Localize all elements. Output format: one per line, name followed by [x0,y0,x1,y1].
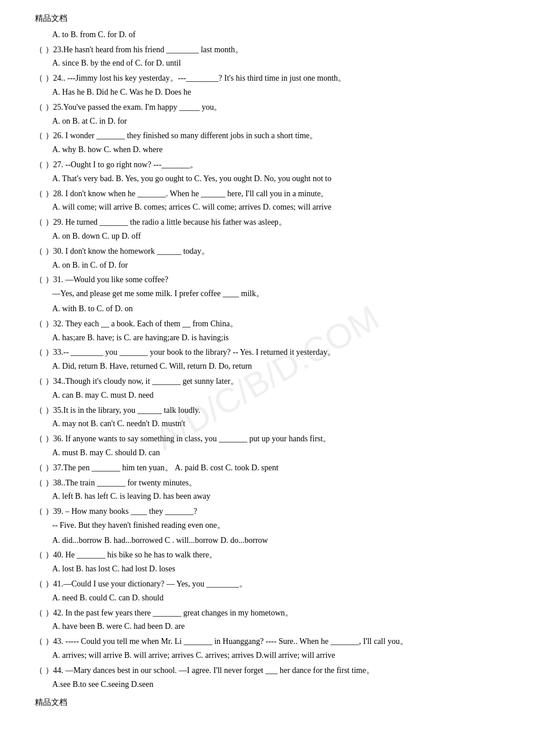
question-line-37: （ ）37.The pen _______ him ten yuan。 A. p… [35,461,499,475]
question-line-34: （ ）34..Though it's cloudy now, it ______… [35,375,499,388]
options-line-42: A. have been B. were C. had been D. are [52,620,499,633]
options-line-36: A. must B. may C. should D. can [52,446,499,460]
options-line-25: A. on B. at C. in D. for [52,114,499,128]
options-line-27: A. That's very bad. B. Yes, you go ought… [52,172,499,186]
question-line-25: （ ）25.You've passed the exam. I'm happy … [35,100,499,114]
options-line-32: A. has;are B. have; is C. are having;are… [52,331,499,345]
question-block-34: （ ）34..Though it's cloudy now, it ______… [35,375,499,402]
question-line-23: （ ）23.He hasn't heard from his friend __… [35,43,499,57]
options-line-31: A. with B. to C. of D. on [52,302,499,316]
question-block-37: （ ）37.The pen _______ him ten yuan。 A. p… [35,461,499,475]
question-block-42: （ ）42. In the past few years there _____… [35,606,499,634]
question-line2-31: —Yes, and please get me some milk. I pre… [52,287,499,301]
question-block-26: （ ）26. I wonder _______ they finished so… [35,129,499,157]
question-line-41: （ ）41.—Could I use your dictionary? — Ye… [35,577,499,591]
question-line-32: （ ）32. They each __ a book. Each of them… [35,317,499,331]
question-line-40: （ ）40. He _______ his bike so he has to … [35,548,499,562]
options-line-35: A. may not B. can't C. needn't D. mustn'… [52,417,499,431]
question-block-43: （ ）43. ----- Could you tell me when Mr. … [35,635,499,663]
question-block-28: （ ）28. I don't know when he _______. Whe… [35,187,499,215]
question-block-36: （ ）36. If anyone wants to say something … [35,432,499,460]
question-block-32: （ ）32. They each __ a book. Each of them… [35,317,499,345]
header-label: 精品文档 [35,12,499,26]
options-line-40: A. lost B. has lost C. had lost D. loses [52,562,499,576]
options-line-38: A. left B. has left C. is leaving D. has… [52,489,499,503]
question-block-40: （ ）40. He _______ his bike so he has to … [35,548,499,576]
options-line: A. to B. from C. for D. of [52,28,499,42]
options-line-23: A. since B. by the end of C. for D. unti… [52,56,499,70]
options-line-39: A. did...borrow B. had...borrowed C . wi… [52,534,499,548]
question-line-43: （ ）43. ----- Could you tell me when Mr. … [35,635,499,649]
options-line-41: A. need B. could C. can D. should [52,591,499,605]
footer-label: 精品文档 [35,696,499,710]
options-line-34: A. can B. may C. must D. need [52,388,499,402]
question-block-35: （ ）35.It is in the library, you ______ t… [35,404,499,431]
question-line-31: （ ）31. —Would you like some coffee? [35,273,499,287]
question-line-36: （ ）36. If anyone wants to say something … [35,432,499,446]
question-block-31: （ ）31. —Would you like some coffee?—Yes,… [35,273,499,315]
options-line-33: A. Did, return B. Have, returned C. Will… [52,359,499,373]
question-line-38: （ ）38..The train _______ for twenty minu… [35,476,499,490]
question-block-pre: A. to B. from C. for D. of [35,28,499,42]
question-block-29: （ ）29. He turned _______ the radio a lit… [35,215,499,243]
question-line-35: （ ）35.It is in the library, you ______ t… [35,404,499,417]
options-line-28: A. will come; will arrive B. comes; arri… [52,200,499,214]
options-line-26: A. why B. how C. when D. where [52,143,499,157]
question-line-24: （ ）24.. ---Jimmy lost his key yesterday。… [35,71,499,85]
question-block-33: （ ）33.-- ________ you _______ your book … [35,345,499,373]
options-line-43: A. arrives; will arrive B. will arrive; … [52,649,499,663]
question-line-30: （ ）30. I don't know the homework ______ … [35,244,499,258]
question-line-27: （ ）27. --Ought I to go right now? ---___… [35,158,499,172]
question-line-42: （ ）42. In the past few years there _____… [35,606,499,620]
options-line-29: A. on B. down C. up D. off [52,229,499,243]
question-block-23: （ ）23.He hasn't heard from his friend __… [35,43,499,71]
question-line-44: （ ）44. —Mary dances best in our school. … [35,664,499,678]
question-line2-39: -- Five. But they haven't finished readi… [52,519,499,532]
question-block-38: （ ）38..The train _______ for twenty minu… [35,476,499,504]
question-block-39: （ ）39. – How many books ____ they ______… [35,505,499,547]
question-line-28: （ ）28. I don't know when he _______. Whe… [35,187,499,201]
options-line-30: A. on B. in C. of D. for [52,258,499,272]
question-line-39: （ ）39. – How many books ____ they ______… [35,505,499,519]
question-block-24: （ ）24.. ---Jimmy lost his key yesterday。… [35,71,499,99]
question-line-26: （ ）26. I wonder _______ they finished so… [35,129,499,143]
options-line-24: A. Has he B. Did he C. Was he D. Does he [52,85,499,99]
question-line-29: （ ）29. He turned _______ the radio a lit… [35,215,499,229]
question-block-30: （ ）30. I don't know the homework ______ … [35,244,499,272]
question-line-33: （ ）33.-- ________ you _______ your book … [35,345,499,359]
question-block-25: （ ）25.You've passed the exam. I'm happy … [35,100,499,128]
options-line-44: A.see B.to see C.seeing D.seen [52,678,499,692]
question-block-27: （ ）27. --Ought I to go right now? ---___… [35,158,499,186]
question-block-44: （ ）44. —Mary dances best in our school. … [35,664,499,692]
question-block-41: （ ）41.—Could I use your dictionary? — Ye… [35,577,499,605]
